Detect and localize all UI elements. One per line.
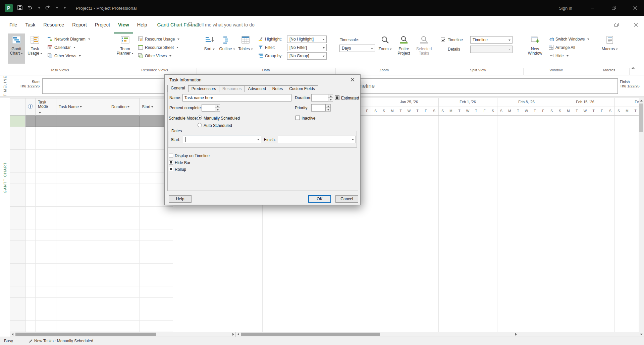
table-cell[interactable] [109, 195, 140, 207]
manually-scheduled-radio[interactable] [198, 116, 202, 120]
table-cell[interactable] [36, 150, 56, 161]
table-cell[interactable] [56, 286, 109, 298]
table-cell[interactable] [36, 138, 56, 150]
tab-task[interactable]: Task [21, 16, 39, 33]
table-cell[interactable] [25, 309, 36, 321]
table-row[interactable] [0, 207, 235, 218]
table-cell[interactable] [56, 321, 109, 332]
table-cell[interactable] [36, 321, 56, 332]
scroll-up-icon[interactable] [639, 98, 644, 103]
table-cell[interactable] [173, 298, 235, 309]
table-cell[interactable] [109, 207, 140, 218]
table-cell[interactable] [140, 286, 173, 298]
table-cell[interactable] [140, 264, 173, 275]
redo-chevron-icon[interactable] [56, 7, 58, 9]
vscrollbar[interactable] [639, 98, 644, 337]
table-cell[interactable] [109, 298, 140, 309]
table-cell[interactable] [173, 286, 235, 298]
timeline-checkbox[interactable] [441, 38, 445, 42]
gantt-chart-button[interactable]: Gantt Chart [8, 33, 25, 64]
display-on-timeline-checkbox[interactable] [169, 153, 173, 157]
highlight-dropdown[interactable]: [No Highlight] [287, 36, 327, 43]
tab-project[interactable]: Project [91, 16, 114, 33]
row-header-cell[interactable] [10, 195, 25, 207]
table-cell[interactable] [140, 252, 173, 264]
table-cell[interactable] [140, 218, 173, 229]
row-header-cell[interactable] [10, 229, 25, 241]
column-header-duration[interactable]: Duration [109, 98, 140, 116]
table-cell[interactable] [109, 229, 140, 241]
table-cell[interactable] [109, 116, 140, 127]
table-cell[interactable] [25, 252, 36, 264]
new-tasks-status[interactable]: New Tasks : Manually Scheduled [34, 339, 93, 343]
table-cell[interactable] [36, 184, 56, 195]
document-restore-button[interactable] [609, 16, 624, 33]
table-cell[interactable] [109, 286, 140, 298]
table-cell[interactable] [25, 218, 36, 229]
table-cell[interactable] [56, 161, 109, 172]
table-cell[interactable] [109, 127, 140, 138]
row-header-cell[interactable] [10, 150, 25, 161]
table-cell[interactable] [109, 150, 140, 161]
table-cell[interactable] [56, 309, 109, 321]
filter-chevron-icon[interactable] [39, 112, 41, 114]
table-cell[interactable] [25, 150, 36, 161]
search-input[interactable] [197, 22, 277, 27]
table-cell[interactable] [109, 252, 140, 264]
table-cell[interactable] [25, 286, 36, 298]
task-usage-button[interactable]: Task Usage [25, 33, 44, 64]
arrange-all-button[interactable]: Arrange All [547, 44, 576, 51]
undo-icon[interactable] [27, 5, 33, 11]
rollup-label[interactable]: Rollup [175, 167, 186, 172]
table-cell[interactable] [25, 127, 36, 138]
table-cell[interactable] [173, 241, 235, 252]
tab-resource[interactable]: Resource [39, 16, 68, 33]
table-cell[interactable] [56, 298, 109, 309]
manually-scheduled-label[interactable]: Manually Scheduled [204, 116, 240, 121]
table-cell[interactable] [56, 172, 109, 184]
estimated-label[interactable]: Estimated [341, 96, 359, 100]
sign-in-button[interactable]: Sign in [553, 0, 578, 16]
table-cell[interactable] [25, 195, 36, 207]
column-header-task-name[interactable]: Task Name [56, 98, 109, 116]
table-cell[interactable] [36, 275, 56, 286]
app-logo-icon[interactable]: P [5, 4, 13, 12]
table-cell[interactable] [109, 138, 140, 150]
table-cell[interactable] [56, 275, 109, 286]
row-header-cell[interactable] [10, 161, 25, 172]
tables-button[interactable]: Tables [237, 33, 254, 64]
table-cell[interactable] [140, 207, 173, 218]
filter-chevron-icon[interactable] [127, 106, 129, 108]
table-cell[interactable] [140, 275, 173, 286]
dialog-tab-notes[interactable]: Notes [269, 85, 286, 92]
table-cell[interactable] [173, 321, 235, 332]
table-cell[interactable] [173, 229, 235, 241]
new-window-button[interactable]: New Window [525, 33, 545, 64]
table-cell[interactable] [36, 264, 56, 275]
table-cell[interactable] [56, 207, 109, 218]
row-header-cell[interactable] [10, 309, 25, 321]
other-views-button[interactable]: Other Views [46, 52, 82, 60]
table-cell[interactable] [36, 207, 56, 218]
table-cell[interactable] [36, 218, 56, 229]
timeline-rail-label[interactable]: TIMELINE [3, 75, 7, 96]
table-cell[interactable] [36, 309, 56, 321]
outline-button[interactable]: Outline [219, 33, 235, 64]
macros-button[interactable]: Macros [601, 33, 619, 64]
table-cell[interactable] [25, 172, 36, 184]
resource-sheet-button[interactable]: Resource Sheet [137, 44, 179, 51]
table-cell[interactable] [36, 116, 56, 127]
percent-complete-input[interactable] [202, 104, 215, 112]
table-cell[interactable] [109, 264, 140, 275]
info-column-header[interactable] [25, 98, 36, 116]
ok-button[interactable]: OK [308, 195, 331, 203]
row-header-cell[interactable] [10, 127, 25, 138]
selected-tasks-button[interactable]: Selected Tasks [415, 33, 433, 64]
auto-scheduled-radio[interactable] [198, 123, 202, 127]
auto-scheduled-label[interactable]: Auto Scheduled [204, 123, 232, 128]
table-cell[interactable] [56, 150, 109, 161]
dialog-close-button[interactable] [345, 75, 360, 84]
hide-button[interactable]: Hide [547, 52, 570, 60]
team-planner-button[interactable]: Team Planner [115, 33, 135, 64]
table-row[interactable] [0, 286, 235, 298]
